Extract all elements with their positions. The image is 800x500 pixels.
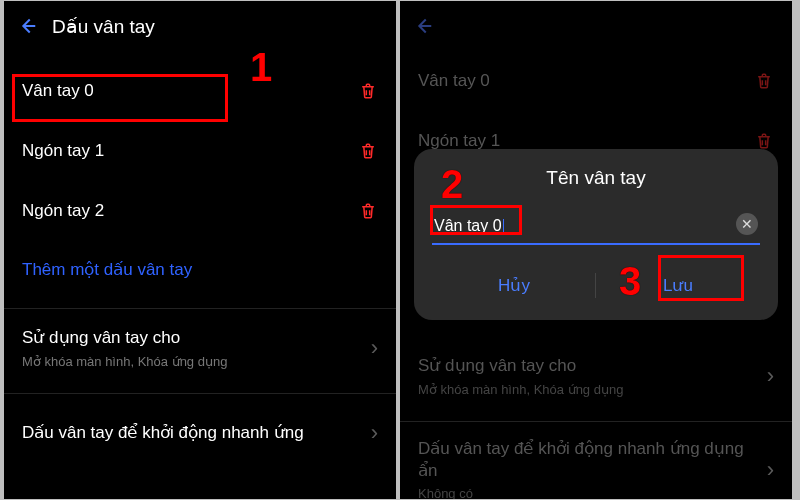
dialog-title: Tên vân tay: [432, 167, 760, 189]
chevron-right-icon: ›: [371, 420, 378, 446]
chevron-right-icon: ›: [371, 335, 378, 361]
dialog-actions: Hủy Lưu: [432, 265, 760, 306]
rename-dialog: Tên vân tay Vân tay 0 ✕ Hủy Lưu: [414, 149, 778, 320]
add-fingerprint-button[interactable]: Thêm một dấu vân tay: [4, 241, 396, 298]
settings-title: Sử dụng vân tay cho: [22, 327, 361, 349]
trash-icon[interactable]: [358, 141, 378, 161]
settings-title: Dấu vân tay để khởi động nhanh ứng dụng …: [418, 438, 757, 482]
settings-sub: Không có: [418, 486, 757, 499]
fingerprint-label: Ngón tay 2: [22, 201, 104, 221]
fingerprint-label: Vân tay 0: [22, 81, 94, 101]
fingerprint-list: Vân tay 0 Ngón tay 1 Ngón tay 2 Thêm một…: [4, 61, 396, 298]
fingerprint-label: Ngón tay 1: [22, 141, 104, 161]
settings-item-use-for[interactable]: Sử dụng vân tay cho Mở khóa màn hình, Kh…: [4, 313, 396, 383]
chevron-right-icon: ›: [767, 457, 774, 483]
settings-sub: Mở khóa màn hình, Khóa ứng dụng: [418, 382, 757, 397]
fingerprint-label: Vân tay 0: [418, 71, 490, 91]
settings-sub: Mở khóa màn hình, Khóa ứng dụng: [22, 354, 361, 369]
fingerprint-name-input[interactable]: Vân tay 0: [432, 211, 760, 245]
trash-icon[interactable]: [754, 71, 774, 91]
trash-icon[interactable]: [358, 81, 378, 101]
fingerprint-item[interactable]: Vân tay 0: [400, 51, 792, 111]
phone-screen-right: Vân tay 0 Ngón tay 1 Sử dụng vân tay cho…: [400, 1, 792, 499]
fingerprint-label: Ngón tay 1: [418, 131, 500, 151]
back-icon[interactable]: [16, 15, 38, 37]
divider: [4, 393, 396, 394]
header: Dấu vân tay: [4, 1, 396, 51]
divider: [4, 308, 396, 309]
trash-icon[interactable]: [358, 201, 378, 221]
save-button[interactable]: Lưu: [596, 265, 760, 306]
settings-title: Dấu vân tay để khởi động nhanh ứng: [22, 422, 361, 444]
back-icon[interactable]: [412, 15, 434, 37]
settings-item-quickstart[interactable]: Dấu vân tay để khởi động nhanh ứng dụng …: [400, 426, 792, 499]
phone-screen-left: Dấu vân tay Vân tay 0 Ngón tay 1 Ngón ta…: [4, 1, 396, 499]
fingerprint-item[interactable]: Ngón tay 1: [4, 121, 396, 181]
fingerprint-item[interactable]: Ngón tay 2: [4, 181, 396, 241]
dialog-input-wrap: Vân tay 0 ✕: [432, 211, 760, 245]
header: [400, 1, 792, 51]
cancel-button[interactable]: Hủy: [432, 265, 596, 306]
fingerprint-item[interactable]: Vân tay 0: [4, 61, 396, 121]
chevron-right-icon: ›: [767, 363, 774, 389]
clear-input-icon[interactable]: ✕: [736, 213, 758, 235]
trash-icon[interactable]: [754, 131, 774, 151]
settings-title: Sử dụng vân tay cho: [418, 355, 757, 377]
settings-item-quickstart[interactable]: Dấu vân tay để khởi động nhanh ứng ›: [4, 398, 396, 468]
settings-item-use-for[interactable]: Sử dụng vân tay cho Mở khóa màn hình, Kh…: [400, 341, 792, 411]
page-title: Dấu vân tay: [52, 15, 155, 38]
divider: [400, 421, 792, 422]
